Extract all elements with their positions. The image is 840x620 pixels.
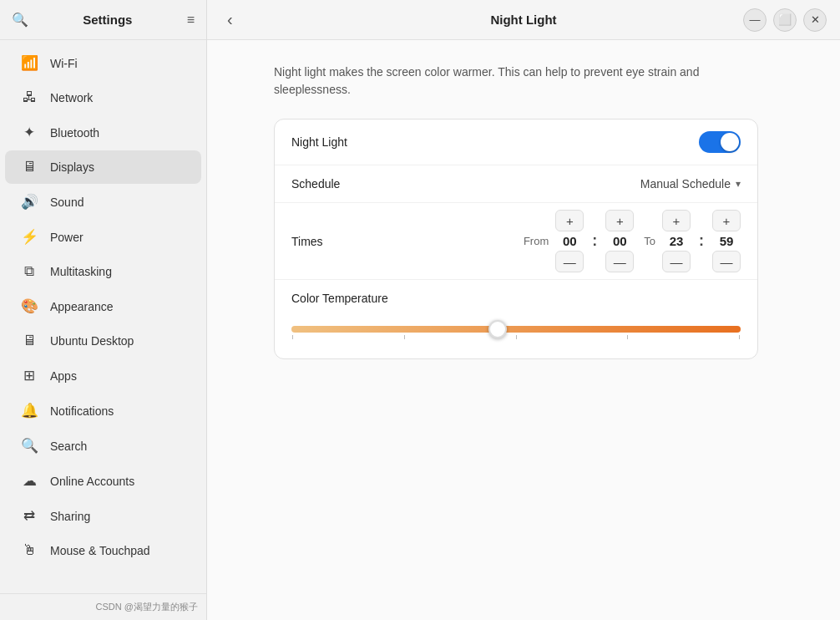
from-label: From	[524, 235, 549, 247]
online-accounts-icon: ☁	[20, 472, 38, 490]
to-hour-increment[interactable]: +	[662, 210, 691, 231]
sidebar-item-label: Multitasking	[50, 265, 112, 278]
main-content: ‹ Night Light — ⬜ ✕ Night light makes th…	[207, 0, 840, 620]
displays-icon: 🖥	[20, 159, 38, 175]
network-icon: 🖧	[20, 89, 38, 106]
appearance-icon: 🎨	[20, 297, 38, 315]
from-hour-increment[interactable]: +	[555, 210, 584, 231]
sidebar-item-label: Sharing	[50, 510, 90, 523]
slider-ticks	[291, 335, 741, 339]
window-controls: — ⬜ ✕	[743, 8, 827, 32]
sidebar-item-label: Apps	[50, 369, 77, 383]
from-hour-decrement[interactable]: —	[555, 251, 584, 272]
search-nav-icon: 🔍	[20, 437, 38, 455]
sidebar-item-label: Network	[50, 91, 93, 104]
sidebar-footer: CSDN @渴望力量的猴子	[0, 593, 206, 620]
ubuntu-icon: 🖥	[20, 333, 38, 349]
wifi-icon: 📶	[20, 54, 38, 72]
notifications-icon: 🔔	[20, 402, 38, 419]
search-icon[interactable]: 🔍	[12, 12, 28, 28]
night-light-card: Night Light Schedule Manual Schedule ▾ T…	[274, 119, 758, 359]
to-hour-decrement[interactable]: —	[662, 251, 691, 272]
sidebar-item-apps[interactable]: ⊞ Apps	[5, 358, 201, 393]
sidebar-item-label: Power	[50, 231, 83, 244]
sidebar-item-label: Wi-Fi	[50, 57, 78, 70]
sidebar-item-ubuntu-desktop[interactable]: 🖥 Ubuntu Desktop	[5, 324, 201, 358]
sidebar-item-multitasking[interactable]: ⧉ Multitasking	[5, 255, 201, 288]
minimize-button[interactable]: —	[743, 8, 767, 32]
sidebar-item-label: Appearance	[50, 300, 114, 313]
back-button[interactable]: ‹	[220, 7, 240, 33]
night-light-label: Night Light	[291, 135, 347, 149]
color-temp-slider-track	[291, 326, 741, 333]
sidebar-item-label: Notifications	[50, 404, 114, 418]
sound-icon: 🔊	[20, 193, 38, 211]
sidebar-item-label: Online Accounts	[50, 475, 134, 488]
sidebar-item-label: Displays	[50, 160, 94, 174]
tick-3	[516, 335, 517, 339]
to-minute-increment[interactable]: +	[712, 210, 741, 231]
night-light-row: Night Light	[275, 119, 757, 165]
tick-1	[292, 335, 293, 339]
from-hour-group: + 00 —	[555, 210, 584, 272]
description-text: Night light makes the screen color warme…	[274, 64, 741, 99]
color-temp-slider-container	[291, 317, 741, 342]
sidebar-item-appearance[interactable]: 🎨 Appearance	[5, 289, 201, 323]
close-button[interactable]: ✕	[803, 8, 827, 32]
from-hour-value: 00	[555, 234, 584, 248]
schedule-label: Schedule	[291, 177, 340, 191]
sidebar-item-notifications[interactable]: 🔔 Notifications	[5, 394, 201, 428]
from-minute-increment[interactable]: +	[605, 210, 634, 231]
to-minute-decrement[interactable]: —	[712, 251, 741, 272]
maximize-button[interactable]: ⬜	[773, 8, 797, 32]
sidebar-item-network[interactable]: 🖧 Network	[5, 81, 201, 114]
apps-icon: ⊞	[20, 367, 38, 384]
schedule-dropdown[interactable]: Manual Schedule ▾	[640, 177, 741, 191]
content-area: Night light makes the screen color warme…	[207, 40, 840, 620]
sidebar-item-online-accounts[interactable]: ☁ Online Accounts	[5, 464, 201, 498]
sidebar-item-label: Sound	[50, 196, 83, 209]
times-label: Times	[291, 235, 323, 248]
sidebar-item-mouse-touchpad[interactable]: 🖱 Mouse & Touchpad	[5, 534, 201, 567]
time-colon-1: :	[590, 232, 599, 250]
sharing-icon: ⇄	[20, 507, 38, 525]
page-title: Night Light	[490, 13, 556, 27]
from-minute-group: + 00 —	[605, 210, 634, 272]
sidebar-item-search[interactable]: 🔍 Search	[5, 429, 201, 463]
sidebar-item-sound[interactable]: 🔊 Sound	[5, 185, 201, 219]
sidebar-title: Settings	[83, 13, 132, 27]
sidebar-item-sharing[interactable]: ⇄ Sharing	[5, 499, 201, 533]
chevron-down-icon: ▾	[736, 178, 741, 190]
bluetooth-icon: ✦	[20, 124, 38, 141]
sidebar-item-displays[interactable]: 🖥 Displays	[5, 150, 201, 184]
power-icon: ⚡	[20, 228, 38, 246]
tick-5	[739, 335, 740, 339]
sidebar-item-bluetooth[interactable]: ✦ Bluetooth	[5, 115, 201, 150]
times-row: Times From + 00 — : + 00	[275, 203, 757, 280]
sidebar-header: 🔍 Settings ≡	[0, 0, 206, 40]
schedule-value-text: Manual Schedule	[640, 177, 731, 191]
color-temp-row: Color Temperature	[275, 280, 757, 358]
to-hour-group: + 23 —	[662, 210, 691, 272]
sidebar-item-wifi[interactable]: 📶 Wi-Fi	[5, 46, 201, 80]
sidebar-item-label: Search	[50, 440, 87, 453]
from-minute-value: 00	[605, 234, 634, 248]
mouse-icon: 🖱	[20, 542, 38, 559]
night-light-toggle[interactable]	[699, 131, 741, 153]
sidebar-nav: 📶 Wi-Fi 🖧 Network ✦ Bluetooth 🖥 Displays…	[0, 40, 206, 593]
multitasking-icon: ⧉	[20, 263, 38, 280]
sidebar: 🔍 Settings ≡ 📶 Wi-Fi 🖧 Network ✦ Bluetoo…	[0, 0, 207, 620]
to-minute-value: 59	[712, 234, 741, 248]
tick-2	[404, 335, 405, 339]
sidebar-item-power[interactable]: ⚡ Power	[5, 220, 201, 254]
menu-icon[interactable]: ≡	[187, 13, 195, 28]
to-hour-value: 23	[662, 234, 691, 248]
from-minute-decrement[interactable]: —	[605, 251, 634, 272]
color-temp-label: Color Temperature	[291, 292, 741, 305]
sidebar-item-label: Mouse & Touchpad	[50, 544, 150, 557]
schedule-row: Schedule Manual Schedule ▾	[275, 165, 757, 203]
to-label: To	[644, 235, 655, 247]
topbar: ‹ Night Light — ⬜ ✕	[207, 0, 840, 40]
sidebar-item-label: Bluetooth	[50, 126, 99, 140]
time-colon-2: :	[697, 232, 706, 250]
